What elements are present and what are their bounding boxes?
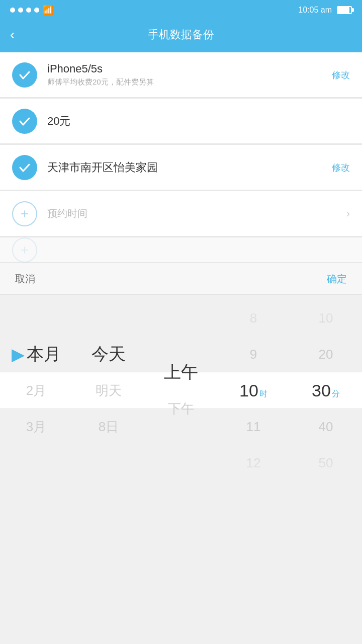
address-edit-button[interactable]: 修改 — [332, 162, 350, 174]
time-text: 预约时间 — [47, 207, 346, 220]
signal-dot-3 — [26, 8, 31, 13]
signal-dot-2 — [18, 8, 23, 13]
picker-arrow-icon: ▶ — [12, 344, 25, 364]
picker-minute-5: 50 — [312, 445, 340, 481]
picker-col-month[interactable]: ▶ 本月 2月 3月 — [0, 295, 72, 486]
price-row: 20元 — [0, 99, 362, 144]
status-bar: 📶 10:05 am — [0, 0, 362, 20]
picker-minute-1: 10 — [312, 300, 340, 336]
picker-month-3: 3月 — [12, 409, 61, 445]
picker-period-2: 下午 — [164, 390, 198, 427]
battery-icon — [337, 6, 352, 14]
page-title: 手机数据备份 — [148, 27, 214, 42]
picker-hour-2: 9 — [239, 336, 267, 372]
picker-confirm-button[interactable]: 确定 — [327, 272, 347, 286]
address-text: 天津市南开区怡美家园 — [47, 160, 332, 175]
status-right: 10:05 am — [298, 6, 352, 15]
time-placeholder: 预约时间 — [47, 207, 346, 220]
picker-cancel-button[interactable]: 取消 — [15, 272, 35, 286]
picker-hour-4: 11 — [239, 409, 267, 445]
address-check-icon — [12, 155, 37, 180]
picker-minute-4: 40 — [312, 409, 340, 445]
device-check-icon — [12, 62, 37, 88]
picker-day-2: 明天 — [92, 372, 126, 409]
device-edit-button[interactable]: 修改 — [332, 69, 350, 81]
picker-body: ▶ 本月 2月 3月 今天 明天 8日 上午 下午 8 — [0, 295, 362, 486]
address-value: 天津市南开区怡美家园 — [47, 160, 332, 175]
picker-minute-2: 20 — [312, 336, 340, 372]
picker-hour-1: 8 — [239, 300, 267, 336]
chevron-right-icon: › — [346, 207, 350, 220]
picker-period-selected: 上午 — [164, 354, 198, 390]
picker-month-2: 2月 — [12, 372, 61, 409]
picker-overlay: 取消 确定 ▶ 本月 2月 3月 今天 明天 8日 — [0, 263, 362, 486]
picker-day-3: 8日 — [92, 409, 126, 445]
back-button[interactable]: ‹ — [10, 27, 15, 43]
signal-dot-4 — [34, 8, 39, 13]
address-row: 天津市南开区怡美家园 修改 — [0, 145, 362, 190]
price-text: 20元 — [47, 114, 350, 129]
device-sub: 师傅平均收费20元，配件费另算 — [47, 77, 332, 87]
device-name: iPhone5/5s — [47, 62, 332, 75]
picker-col-minute[interactable]: 10 20 30分 40 50 — [290, 295, 362, 486]
device-row: iPhone5/5s 师傅平均收费20元，配件费另算 修改 — [0, 52, 362, 98]
signal-dot-1 — [10, 8, 15, 13]
price-check-icon — [12, 109, 37, 134]
price-value: 20元 — [47, 114, 350, 129]
picker-hour-selected: 10时 — [239, 372, 267, 409]
picker-month-selected: ▶ 本月 — [12, 336, 61, 372]
picker-toolbar: 取消 确定 — [0, 263, 362, 295]
picker-hour-5: 12 — [239, 445, 267, 481]
time-plus-icon: + — [12, 201, 37, 226]
next-row-partial: + — [0, 237, 362, 263]
time-row[interactable]: + 预约时间 › — [0, 191, 362, 236]
picker-col-day[interactable]: 今天 明天 8日 — [72, 295, 145, 486]
next-plus-icon: + — [12, 237, 37, 263]
picker-col-period[interactable]: 上午 下午 — [145, 295, 217, 486]
device-text: iPhone5/5s 师傅平均收费20元，配件费另算 — [47, 62, 332, 87]
picker-day-selected: 今天 — [92, 336, 126, 372]
header: ‹ 手机数据备份 — [0, 20, 362, 52]
status-time: 10:05 am — [298, 6, 332, 15]
picker-minute-selected: 30分 — [312, 372, 340, 409]
signal-area: 📶 — [10, 5, 53, 16]
content-area: iPhone5/5s 师傅平均收费20元，配件费另算 修改 20元 天津市南开区… — [0, 52, 362, 263]
wifi-icon: 📶 — [42, 5, 53, 16]
picker-col-hour[interactable]: 8 9 10时 11 12 — [217, 295, 290, 486]
